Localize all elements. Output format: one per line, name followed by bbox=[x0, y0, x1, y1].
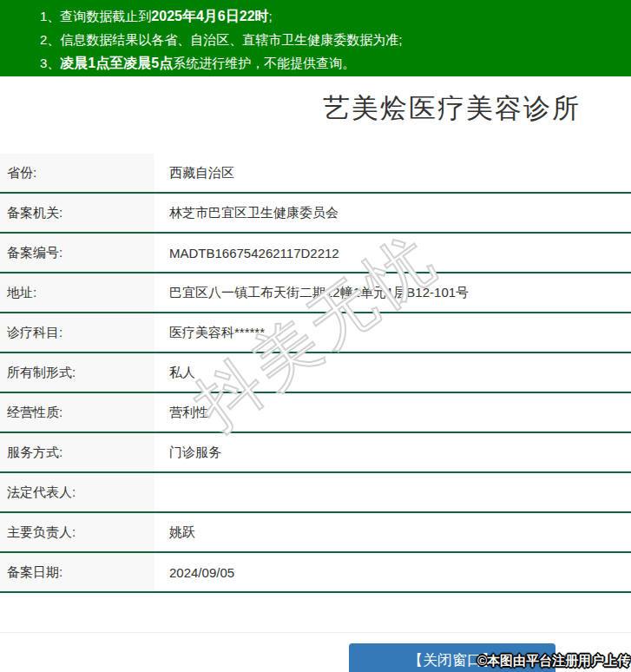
row-label: 地址: bbox=[0, 273, 154, 312]
table-row: 地址: 巴宜区八一镇工布天街二期12幢1单元1层B12-101号 bbox=[0, 273, 631, 313]
notice-line-1-bold: 2025年4月6日22时 bbox=[151, 9, 268, 23]
notice-line-3-bold: 凌晨1点至凌晨5点 bbox=[60, 56, 173, 70]
table-row: 备案机关: 林芝市巴宜区卫生健康委员会 bbox=[0, 194, 631, 234]
notice-line-1-text: 1、查询数据截止到 bbox=[40, 9, 151, 23]
uploaded-by-badge: ©本图由平台注册用户上传 bbox=[477, 653, 630, 669]
row-value: 西藏自治区 bbox=[154, 154, 631, 192]
table-row: 所有制形式: 私人 bbox=[0, 353, 631, 393]
row-label: 备案编号: bbox=[0, 234, 154, 272]
notice-line-2: 2、信息数据结果以各省、自治区、直辖市卫生健康委数据为准; bbox=[40, 28, 622, 51]
notice-banner: 1、查询数据截止到2025年4月6日22时; 2、信息数据结果以各省、自治区、直… bbox=[0, 0, 631, 76]
row-label: 服务方式: bbox=[0, 433, 154, 471]
page-title: 艺美烩医疗美容诊所 bbox=[136, 87, 631, 130]
table-row: 法定代表人: bbox=[0, 473, 631, 513]
row-value: 巴宜区八一镇工布天街二期12幢1单元1层B12-101号 bbox=[154, 273, 631, 312]
row-label: 经营性质: bbox=[0, 393, 154, 432]
row-label: 法定代表人: bbox=[0, 473, 154, 511]
notice-line-3-suffix: 系统进行维护，不能提供查询。 bbox=[173, 56, 355, 70]
table-row: 经营性质: 营利性 bbox=[0, 393, 631, 433]
row-value: 姚跃 bbox=[154, 513, 631, 551]
row-label: 备案机关: bbox=[0, 194, 154, 232]
notice-line-3-text: 3、 bbox=[40, 56, 60, 70]
table-row: 主要负责人: 姚跃 bbox=[0, 513, 631, 553]
row-label: 省份: bbox=[0, 154, 154, 192]
row-label: 备案日期: bbox=[0, 553, 154, 591]
notice-line-3: 3、凌晨1点至凌晨5点系统进行维护，不能提供查询。 bbox=[40, 51, 622, 75]
row-value: 2024/09/05 bbox=[154, 553, 631, 591]
record-table: 省份: 西藏自治区 备案机关: 林芝市巴宜区卫生健康委员会 备案编号: MADT… bbox=[0, 154, 631, 593]
table-row: 服务方式: 门诊服务 bbox=[0, 433, 631, 473]
footer-divider bbox=[0, 632, 631, 633]
notice-line-2-text: 2、信息数据结果以各省、自治区、直辖市卫生健康委数据为准; bbox=[40, 32, 403, 47]
row-value: 门诊服务 bbox=[154, 433, 631, 471]
row-value: 医疗美容科****** bbox=[154, 313, 631, 352]
table-row: 诊疗科目: 医疗美容科****** bbox=[0, 313, 631, 353]
row-value: 林芝市巴宜区卫生健康委员会 bbox=[154, 194, 631, 232]
row-value: 营利性 bbox=[154, 393, 631, 432]
row-value: 私人 bbox=[154, 353, 631, 392]
row-label: 所有制形式: bbox=[0, 353, 154, 392]
notice-line-1: 1、查询数据截止到2025年4月6日22时; bbox=[40, 4, 622, 28]
notice-line-1-suffix: ; bbox=[269, 9, 273, 23]
table-row: 省份: 西藏自治区 bbox=[0, 154, 631, 194]
row-value bbox=[154, 473, 631, 511]
row-label: 诊疗科目: bbox=[0, 313, 154, 352]
row-label: 主要负责人: bbox=[0, 513, 154, 551]
table-row: 备案日期: 2024/09/05 bbox=[0, 553, 631, 593]
table-row: 备案编号: MADTB166754262117D2212 bbox=[0, 234, 631, 273]
row-value: MADTB166754262117D2212 bbox=[154, 234, 631, 272]
